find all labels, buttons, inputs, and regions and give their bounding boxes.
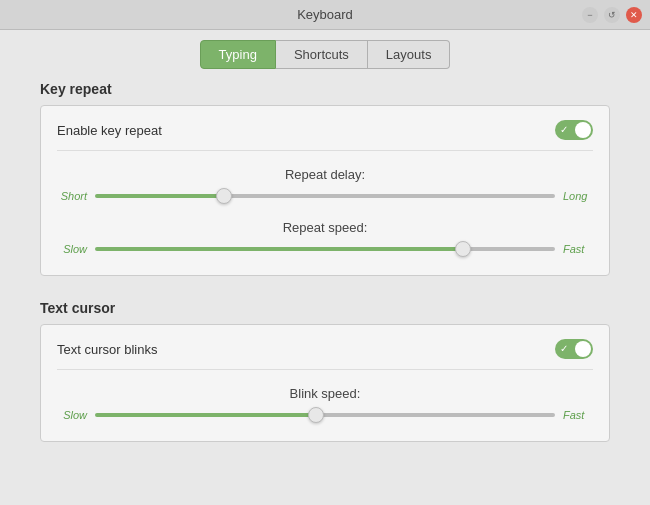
text-cursor-blinks-toggle[interactable]: ✓ (555, 339, 593, 359)
blink-speed-row: Slow Fast (57, 409, 593, 421)
close-button[interactable]: ✕ (626, 7, 642, 23)
window-title: Keyboard (68, 7, 582, 22)
repeat-delay-thumb[interactable] (216, 188, 232, 204)
toggle-check-icon: ✓ (560, 124, 568, 135)
key-repeat-card: Enable key repeat ✓ Repeat delay: Short … (40, 105, 610, 276)
repeat-delay-label: Repeat delay: (57, 167, 593, 182)
tab-toolbar: Typing Shortcuts Layouts (0, 30, 650, 81)
text-cursor-title: Text cursor (40, 300, 610, 316)
text-cursor-blinks-label: Text cursor blinks (57, 342, 157, 357)
repeat-speed-track[interactable] (95, 247, 555, 251)
keyboard-window: Keyboard − ↺ ✕ Typing Shortcuts Layouts … (0, 0, 650, 505)
tab-typing[interactable]: Typing (200, 40, 276, 69)
repeat-speed-section: Repeat speed: Slow Fast (57, 218, 593, 261)
repeat-speed-thumb[interactable] (455, 241, 471, 257)
repeat-delay-fill (95, 194, 224, 198)
repeat-delay-max: Long (563, 190, 593, 202)
enable-key-repeat-label: Enable key repeat (57, 123, 162, 138)
repeat-speed-label: Repeat speed: (57, 220, 593, 235)
repeat-speed-min: Slow (57, 243, 87, 255)
repeat-speed-max: Fast (563, 243, 593, 255)
blink-speed-unfill (316, 413, 555, 417)
blink-speed-min: Slow (57, 409, 87, 421)
blink-speed-section: Blink speed: Slow Fast (57, 384, 593, 427)
repeat-delay-row: Short Long (57, 190, 593, 202)
text-cursor-blinks-row: Text cursor blinks ✓ (57, 339, 593, 370)
toggle-check-cursor-icon: ✓ (560, 343, 568, 354)
repeat-delay-section: Repeat delay: Short Long (57, 165, 593, 208)
blink-speed-thumb[interactable] (308, 407, 324, 423)
repeat-speed-fill (95, 247, 463, 251)
text-cursor-card: Text cursor blinks ✓ Blink speed: Slow F… (40, 324, 610, 442)
repeat-delay-unfill (224, 194, 555, 198)
repeat-delay-track[interactable] (95, 194, 555, 198)
minimize-button[interactable]: − (582, 7, 598, 23)
window-controls: − ↺ ✕ (582, 7, 642, 23)
blink-speed-track[interactable] (95, 413, 555, 417)
repeat-speed-unfill (463, 247, 555, 251)
tab-shortcuts[interactable]: Shortcuts (276, 40, 368, 69)
enable-key-repeat-toggle[interactable]: ✓ (555, 120, 593, 140)
enable-key-repeat-row: Enable key repeat ✓ (57, 120, 593, 151)
blink-speed-max: Fast (563, 409, 593, 421)
titlebar: Keyboard − ↺ ✕ (0, 0, 650, 30)
blink-speed-label: Blink speed: (57, 386, 593, 401)
main-content: Key repeat Enable key repeat ✓ Repeat de… (0, 81, 650, 505)
tab-layouts[interactable]: Layouts (368, 40, 451, 69)
key-repeat-title: Key repeat (40, 81, 610, 97)
blink-speed-fill (95, 413, 316, 417)
repeat-delay-min: Short (57, 190, 87, 202)
restore-button[interactable]: ↺ (604, 7, 620, 23)
repeat-speed-row: Slow Fast (57, 243, 593, 255)
